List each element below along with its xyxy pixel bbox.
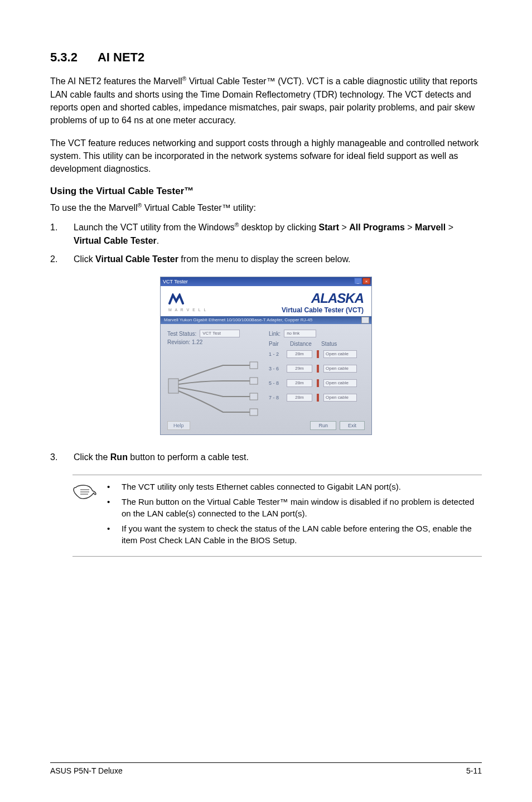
result-headers: Pair Distance Status — [269, 341, 365, 347]
pair-label: 1 - 2 — [269, 351, 282, 357]
link-label: Link: — [269, 331, 280, 337]
divider-icon — [317, 394, 319, 402]
vct-header-label: Virtual Cable Tester (VCT) — [282, 306, 364, 314]
step-2: 2. Click Virtual Cable Tester from the m… — [50, 253, 482, 265]
alaska-logo: ALASKA — [282, 291, 364, 306]
help-button[interactable]: Help — [167, 421, 190, 430]
run-button[interactable]: Run — [310, 421, 336, 430]
hdr-status: Status — [321, 341, 345, 347]
note-block: •The VCT utility only tests Ethernet cab… — [72, 475, 482, 557]
svg-rect-3 — [250, 393, 258, 400]
marvell-logo-icon — [168, 293, 190, 305]
window-header: M A R V E L L ALASKA Virtual Cable Teste… — [161, 286, 371, 316]
result-row: 3 - 6 29m Open cable — [269, 365, 365, 373]
note-icon — [72, 481, 97, 549]
svg-rect-1 — [250, 362, 258, 369]
section-number: 5.3.2 — [50, 50, 78, 65]
subsection-heading: Using the Virtual Cable Tester™ — [50, 186, 482, 197]
status-value: Open cable — [323, 394, 357, 402]
hdr-distance: Distance — [290, 341, 313, 347]
pair-label: 5 - 8 — [269, 380, 282, 386]
steps-list-continued: 3. Click the Run button to perform a cab… — [50, 451, 482, 463]
divider-icon — [317, 350, 319, 358]
divider-icon — [317, 365, 319, 373]
note-item: •If you want the system to check the sta… — [107, 523, 482, 546]
step-1: 1. Launch the VCT utility from the Windo… — [50, 221, 482, 247]
note-item: •The Run button on the Virtual Cable Tes… — [107, 496, 482, 519]
section-heading: 5.3.2AI NET2 — [50, 50, 482, 65]
test-status-row: Test Status: VCT Test — [167, 330, 262, 337]
distance-value: 28m — [287, 350, 312, 358]
version-label: Revision: 1.22 — [167, 339, 262, 345]
close-button[interactable]: × — [362, 278, 370, 284]
step-3: 3. Click the Run button to perform a cab… — [50, 451, 482, 463]
page-footer: ASUS P5N-T Deluxe 5-11 — [50, 762, 482, 775]
footer-product: ASUS P5N-T Deluxe — [50, 766, 123, 775]
window-footer: Help Run Exit — [167, 417, 365, 430]
note-bullets: •The VCT utility only tests Ethernet cab… — [107, 481, 482, 549]
test-status-value: VCT Test — [200, 330, 240, 337]
vct-window: VCT Tester _ × M A R V E L L ALASKA Virt… — [160, 277, 372, 435]
status-value: Open cable — [323, 365, 357, 373]
titlebar-buttons: _ × — [354, 278, 370, 284]
note-item: •The VCT utility only tests Ethernet cab… — [107, 481, 482, 492]
section-title: AI NET2 — [98, 50, 144, 64]
result-row: 7 - 8 28m Open cable — [269, 394, 365, 402]
adapter-text: Marvell Yukon Gigabit Ethernet 10/100/10… — [164, 317, 312, 322]
minimize-button[interactable]: _ — [354, 278, 362, 284]
result-row: 1 - 2 28m Open cable — [269, 350, 365, 358]
pair-label: 7 - 8 — [269, 395, 282, 400]
screenshot-container: VCT Tester _ × M A R V E L L ALASKA Virt… — [50, 277, 482, 435]
steps-list: 1. Launch the VCT utility from the Windo… — [50, 221, 482, 265]
result-row: 5 - 8 28m Open cable — [269, 379, 365, 387]
marvell-text: M A R V E L L — [168, 308, 207, 312]
adapter-band: Marvell Yukon Gigabit Ethernet 10/100/10… — [161, 316, 371, 324]
status-value: Open cable — [323, 350, 357, 358]
footer-page-number: 5-11 — [466, 766, 482, 775]
pair-label: 3 - 6 — [269, 366, 282, 371]
intro-paragraph-1: The AI NET2 features the Marvell® Virtua… — [50, 75, 482, 127]
distance-value: 28m — [287, 394, 312, 402]
divider-icon — [317, 379, 319, 387]
svg-rect-4 — [250, 409, 258, 416]
svg-rect-0 — [168, 379, 178, 393]
window-body: Test Status: VCT Test Revision: 1.22 — [161, 324, 371, 434]
distance-value: 28m — [287, 379, 312, 387]
link-row: Link: no link — [269, 330, 365, 337]
status-value: Open cable — [323, 379, 357, 387]
window-title: VCT Tester — [163, 279, 188, 284]
marvell-logo — [168, 293, 207, 308]
cable-diagram — [167, 355, 262, 417]
usage-intro: To use the the Marvell® Virtual Cable Te… — [50, 201, 482, 215]
exit-button[interactable]: Exit — [340, 421, 365, 430]
window-titlebar: VCT Tester _ × — [161, 277, 371, 286]
distance-value: 29m — [287, 365, 312, 373]
link-value: no link — [284, 330, 316, 337]
intro-paragraph-2: The VCT feature reduces networking and s… — [50, 137, 482, 176]
hdr-pair: Pair — [269, 341, 282, 347]
test-status-label: Test Status: — [167, 331, 196, 337]
band-dropdown-icon[interactable] — [361, 317, 369, 323]
svg-rect-2 — [250, 378, 258, 384]
